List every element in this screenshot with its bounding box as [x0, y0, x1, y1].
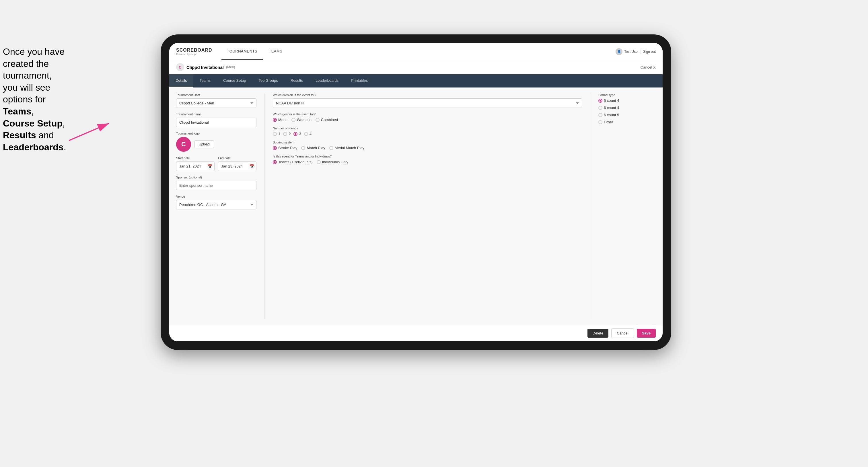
format-label: Format type	[598, 93, 656, 97]
rounds-2-radio[interactable]	[283, 132, 287, 136]
sign-out-link[interactable]: Sign out	[643, 50, 656, 54]
start-date-group: Start date 📅	[176, 156, 215, 171]
scoring-medal-option[interactable]: Medal Match Play	[329, 146, 364, 150]
form-area: Tournament Host Clippd College - Men Tou…	[169, 88, 662, 325]
user-avatar-icon: 👤	[616, 48, 622, 55]
end-date-label: End date	[218, 156, 256, 160]
scoring-radio-group: Stroke Play Match Play Medal Match Play	[273, 146, 582, 150]
teams-radio-group: Teams (+Individuals) Individuals Only	[273, 160, 582, 164]
venue-group: Venue Peachtree GC - Atlanta - GA	[176, 195, 256, 209]
scoring-stroke-option[interactable]: Stroke Play	[273, 146, 297, 150]
tab-results[interactable]: Results	[284, 74, 309, 88]
sponsor-input[interactable]	[176, 181, 256, 190]
logo-title: SCOREBOARD	[176, 48, 212, 53]
format-5count4-option[interactable]: 5 count 4	[598, 98, 656, 103]
rounds-2-option[interactable]: 2	[283, 132, 290, 136]
tournament-logo-label: Tournament logo	[176, 132, 256, 135]
scoring-match-radio[interactable]	[301, 146, 305, 150]
save-button[interactable]: Save	[637, 329, 656, 338]
tab-teams[interactable]: Teams	[193, 74, 217, 88]
tournament-logo-group: Tournament logo C Upload	[176, 132, 256, 152]
format-6count4-option[interactable]: 6 count 4	[598, 105, 656, 110]
rounds-group: Number of rounds 1 2	[273, 126, 582, 136]
nav-separator: |	[641, 50, 641, 54]
scoring-match-option[interactable]: Match Play	[301, 146, 325, 150]
rounds-3-option[interactable]: 3	[293, 132, 301, 136]
gender-mens-radio[interactable]	[273, 118, 277, 122]
tab-tee-groups[interactable]: Tee Groups	[252, 74, 284, 88]
form-col-mid: Which division is the event for? NCAA Di…	[273, 93, 582, 319]
teams-plus-individuals-option[interactable]: Teams (+Individuals)	[273, 160, 313, 164]
gender-womens-option[interactable]: Womens	[291, 118, 311, 122]
division-group: Which division is the event for? NCAA Di…	[273, 93, 582, 108]
tournament-badge-icon: C	[176, 63, 184, 71]
format-6count4-radio[interactable]	[598, 106, 602, 110]
rounds-4-option[interactable]: 4	[304, 132, 311, 136]
logo-preview: C	[176, 137, 191, 152]
rounds-4-radio[interactable]	[304, 132, 308, 136]
tournament-bar: C Clippd Invitational (Men) Cancel X	[169, 60, 662, 74]
format-6count5-radio[interactable]	[598, 113, 602, 117]
teams-plus-individuals-radio[interactable]	[273, 160, 277, 164]
rounds-1-option[interactable]: 1	[273, 132, 280, 136]
format-5count4-radio[interactable]	[598, 99, 602, 103]
nav-user: 👤 Test User | Sign out	[616, 48, 656, 55]
tournament-host-select[interactable]: Clippd College - Men	[176, 98, 256, 108]
section-divider	[265, 93, 265, 319]
gender-radio-group: Mens Womens Combined	[273, 118, 582, 122]
scoring-medal-radio[interactable]	[329, 146, 333, 150]
tab-bar: Details Teams Course Setup Tee Groups Re…	[169, 74, 662, 88]
nav-tournaments[interactable]: TOURNAMENTS	[221, 43, 263, 60]
sponsor-label: Sponsor (optional)	[176, 176, 256, 179]
tournament-host-group: Tournament Host Clippd College - Men	[176, 93, 256, 108]
tablet-frame: SCOREBOARD Powered by clippd TOURNAMENTS…	[161, 34, 671, 350]
tab-details[interactable]: Details	[169, 74, 193, 88]
cancel-tournament-btn[interactable]: Cancel X	[641, 65, 656, 69]
form-col-left: Tournament Host Clippd College - Men Tou…	[176, 93, 256, 319]
gender-combined-option[interactable]: Combined	[315, 118, 338, 122]
user-label: Test User	[624, 50, 639, 54]
gender-womens-radio[interactable]	[291, 118, 296, 122]
rounds-3-radio[interactable]	[293, 132, 298, 136]
scoring-stroke-radio[interactable]	[273, 146, 277, 150]
logo-upload-area: C Upload	[176, 137, 256, 152]
tournament-name-input[interactable]	[176, 118, 256, 127]
rounds-label: Number of rounds	[273, 126, 582, 130]
teams-group: Is this event for Teams and/or Individua…	[273, 155, 582, 164]
individuals-only-radio[interactable]	[317, 160, 321, 164]
svg-line-1	[69, 123, 109, 141]
format-group: Format type 5 count 4 6 count 4	[598, 93, 656, 124]
rounds-1-radio[interactable]	[273, 132, 277, 136]
venue-select[interactable]: Peachtree GC - Atlanta - GA	[176, 200, 256, 209]
delete-button[interactable]: Delete	[587, 329, 609, 338]
individuals-only-option[interactable]: Individuals Only	[317, 160, 348, 164]
format-6count5-option[interactable]: 6 count 5	[598, 113, 656, 117]
upload-button[interactable]: Upload	[194, 140, 214, 148]
end-date-group: End date 📅	[218, 156, 256, 171]
tab-course-setup[interactable]: Course Setup	[217, 74, 252, 88]
nav-teams[interactable]: TEAMS	[263, 43, 288, 60]
gender-group: Which gender is the event for? Mens Wome…	[273, 113, 582, 122]
start-date-calendar-icon: 📅	[207, 164, 212, 169]
end-date-calendar-icon: 📅	[249, 164, 254, 169]
section-divider-2	[590, 93, 590, 319]
gender-combined-radio[interactable]	[315, 118, 319, 122]
tournament-name: Clippd Invitational	[186, 65, 224, 70]
tablet-screen: SCOREBOARD Powered by clippd TOURNAMENTS…	[169, 43, 662, 341]
tournament-name-label: Tournament name	[176, 113, 256, 116]
tab-leaderboards[interactable]: Leaderboards	[309, 74, 345, 88]
main-content: Tournament Host Clippd College - Men Tou…	[169, 88, 662, 341]
cancel-button[interactable]: Cancel	[611, 329, 633, 338]
tournament-title: C Clippd Invitational (Men)	[176, 63, 235, 71]
tab-printables[interactable]: Printables	[345, 74, 374, 88]
logo-area: SCOREBOARD Powered by clippd	[176, 48, 212, 56]
top-nav: SCOREBOARD Powered by clippd TOURNAMENTS…	[169, 43, 662, 60]
teams-label: Is this event for Teams and/or Individua…	[273, 155, 582, 158]
format-other-option[interactable]: Other	[598, 120, 656, 124]
scoring-group: Scoring system Stroke Play Match Play	[273, 141, 582, 150]
format-other-radio[interactable]	[598, 120, 602, 124]
division-select[interactable]: NCAA Division III	[273, 98, 582, 108]
tournament-gender: (Men)	[226, 65, 235, 69]
gender-mens-option[interactable]: Mens	[273, 118, 287, 122]
gender-label: Which gender is the event for?	[273, 113, 582, 116]
